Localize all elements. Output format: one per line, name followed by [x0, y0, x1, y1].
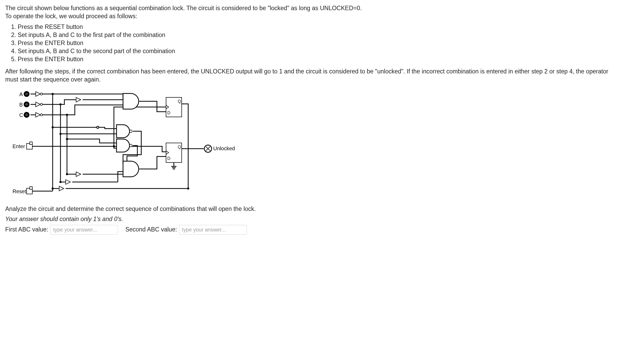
input-a-label: A: [19, 91, 23, 97]
second-abc-input[interactable]: [179, 225, 247, 235]
svg-point-31: [52, 126, 54, 128]
step-item: Press the ENTER button: [18, 55, 619, 63]
input-c-label: C: [19, 112, 23, 118]
svg-point-35: [59, 181, 62, 183]
input-b-label: B: [19, 102, 23, 108]
nand-gate-icon: [117, 125, 132, 138]
step-item: Press the RESET button: [18, 23, 619, 31]
svg-point-36: [52, 187, 54, 190]
step-item: Press the ENTER button: [18, 39, 619, 47]
second-abc-label: Second ABC value:: [125, 225, 177, 234]
first-abc-group: First ABC value:: [5, 225, 118, 235]
intro-block: The circuit shown below functions as a s…: [5, 4, 619, 20]
answer-hint: Your answer should contain only 1's and …: [5, 215, 619, 223]
nand-gate-icon: [117, 139, 132, 152]
first-abc-label: First ABC value:: [5, 225, 48, 234]
reset-label: Reset: [13, 189, 26, 194]
intro-line-2: To operate the lock, we would proceed as…: [5, 12, 619, 20]
and-gate-icon: [123, 93, 139, 109]
inverter-icon: [36, 92, 42, 96]
buffer-icon: [76, 172, 81, 177]
step-item: Set inputs A, B and C to the first part …: [18, 31, 619, 39]
enter-button-icon: [27, 142, 32, 149]
svg-point-28: [52, 93, 54, 95]
ff-d-label: D: [167, 156, 170, 161]
svg-point-37: [113, 145, 115, 147]
step-item: Set inputs A, B and C to the second part…: [18, 47, 619, 55]
first-abc-input[interactable]: [50, 225, 118, 235]
switch-c-icon: [24, 112, 29, 118]
analyze-prompt: Analyze the circuit and determine the co…: [5, 205, 619, 213]
svg-point-33: [66, 138, 68, 140]
svg-point-30: [66, 114, 68, 116]
reset-button-icon: [27, 187, 32, 194]
switch-a-icon: [24, 91, 29, 97]
buffer-icon: [76, 97, 81, 102]
output-label: Unlocked: [213, 146, 235, 151]
inverter-icon: [36, 102, 42, 107]
after-paragraph: After following the steps, if the correc…: [5, 67, 619, 84]
enter-label: Enter: [13, 143, 25, 149]
second-abc-group: Second ABC value:: [125, 225, 247, 235]
circuit-diagram: A B C Enter Reset Q D Q D Unlocked: [11, 88, 619, 198]
svg-point-38: [187, 187, 189, 190]
svg-point-29: [59, 103, 62, 105]
ff-d-label: D: [167, 111, 170, 115]
svg-point-32: [59, 133, 62, 135]
intro-line-1: The circuit shown below functions as a s…: [5, 4, 619, 12]
buffer-icon: [66, 180, 70, 184]
circuit-svg: A B C Enter Reset Q D Q D Unlocked: [11, 88, 246, 198]
ff-q-label: Q: [178, 145, 181, 149]
answers-row: First ABC value: Second ABC value:: [5, 225, 619, 235]
steps-list: Press the RESET button Set inputs A, B a…: [8, 23, 619, 63]
ff-q-label: Q: [178, 99, 181, 104]
and-gate-icon: [123, 161, 139, 177]
svg-point-21: [97, 126, 99, 128]
switch-b-icon: [24, 102, 29, 107]
inverter-icon: [36, 112, 42, 117]
output-lamp-icon: [204, 145, 212, 152]
svg-point-34: [66, 173, 68, 175]
buffer-icon: [59, 186, 64, 191]
